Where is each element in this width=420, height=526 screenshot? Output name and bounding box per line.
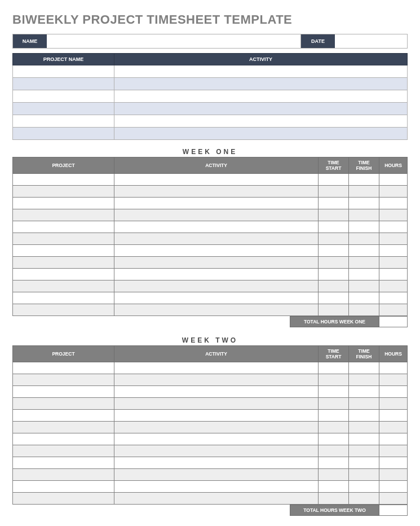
activity-cell[interactable] (114, 65, 408, 78)
time-start-cell[interactable] (319, 362, 349, 374)
project-cell[interactable] (13, 103, 114, 115)
project-cell[interactable] (13, 374, 114, 386)
time-finish-cell[interactable] (349, 481, 379, 493)
project-cell[interactable] (13, 257, 114, 269)
hours-cell[interactable] (379, 445, 408, 457)
activity-cell[interactable] (114, 410, 319, 422)
activity-cell[interactable] (114, 233, 319, 245)
week-two-total-value[interactable] (379, 505, 408, 516)
time-finish-cell[interactable] (349, 374, 379, 386)
hours-cell[interactable] (379, 292, 408, 304)
hours-cell[interactable] (379, 186, 408, 198)
hours-cell[interactable] (379, 174, 408, 186)
time-finish-cell[interactable] (349, 198, 379, 209)
activity-cell[interactable] (114, 457, 319, 469)
project-cell[interactable] (13, 398, 114, 410)
time-finish-cell[interactable] (349, 174, 379, 186)
activity-cell[interactable] (114, 198, 319, 209)
hours-cell[interactable] (379, 386, 408, 398)
activity-cell[interactable] (114, 103, 408, 115)
time-start-cell[interactable] (319, 398, 349, 410)
activity-cell[interactable] (114, 469, 319, 481)
project-cell[interactable] (13, 90, 114, 103)
activity-cell[interactable] (114, 221, 319, 233)
project-cell[interactable] (13, 115, 114, 128)
hours-cell[interactable] (379, 362, 408, 374)
activity-cell[interactable] (114, 245, 319, 257)
time-finish-cell[interactable] (349, 245, 379, 257)
hours-cell[interactable] (379, 422, 408, 433)
time-finish-cell[interactable] (349, 457, 379, 469)
date-input[interactable] (335, 34, 407, 48)
project-cell[interactable] (13, 304, 114, 316)
activity-cell[interactable] (114, 493, 319, 505)
activity-cell[interactable] (114, 433, 319, 445)
hours-cell[interactable] (379, 374, 408, 386)
time-finish-cell[interactable] (349, 445, 379, 457)
time-finish-cell[interactable] (349, 304, 379, 316)
time-start-cell[interactable] (319, 386, 349, 398)
activity-cell[interactable] (114, 115, 408, 128)
time-start-cell[interactable] (319, 433, 349, 445)
time-finish-cell[interactable] (349, 209, 379, 221)
project-cell[interactable] (13, 362, 114, 374)
time-start-cell[interactable] (319, 445, 349, 457)
project-cell[interactable] (13, 422, 114, 433)
time-start-cell[interactable] (319, 174, 349, 186)
hours-cell[interactable] (379, 410, 408, 422)
time-start-cell[interactable] (319, 245, 349, 257)
project-cell[interactable] (13, 457, 114, 469)
activity-cell[interactable] (114, 174, 319, 186)
time-start-cell[interactable] (319, 292, 349, 304)
time-start-cell[interactable] (319, 280, 349, 292)
time-finish-cell[interactable] (349, 422, 379, 433)
hours-cell[interactable] (379, 433, 408, 445)
project-cell[interactable] (13, 386, 114, 398)
project-cell[interactable] (13, 198, 114, 209)
project-cell[interactable] (13, 280, 114, 292)
time-start-cell[interactable] (319, 457, 349, 469)
time-finish-cell[interactable] (349, 469, 379, 481)
activity-cell[interactable] (114, 257, 319, 269)
project-cell[interactable] (13, 221, 114, 233)
activity-cell[interactable] (114, 78, 408, 90)
time-finish-cell[interactable] (349, 433, 379, 445)
activity-cell[interactable] (114, 362, 319, 374)
activity-cell[interactable] (114, 422, 319, 433)
time-finish-cell[interactable] (349, 280, 379, 292)
hours-cell[interactable] (379, 280, 408, 292)
project-cell[interactable] (13, 481, 114, 493)
project-cell[interactable] (13, 78, 114, 90)
project-cell[interactable] (13, 186, 114, 198)
project-cell[interactable] (13, 292, 114, 304)
project-cell[interactable] (13, 174, 114, 186)
time-finish-cell[interactable] (349, 221, 379, 233)
project-cell[interactable] (13, 445, 114, 457)
time-start-cell[interactable] (319, 410, 349, 422)
project-cell[interactable] (13, 410, 114, 422)
project-cell[interactable] (13, 233, 114, 245)
week-one-total-value[interactable] (379, 316, 408, 327)
time-start-cell[interactable] (319, 233, 349, 245)
time-start-cell[interactable] (319, 257, 349, 269)
name-input[interactable] (47, 34, 301, 48)
time-start-cell[interactable] (319, 186, 349, 198)
project-cell[interactable] (13, 469, 114, 481)
hours-cell[interactable] (379, 469, 408, 481)
time-finish-cell[interactable] (349, 233, 379, 245)
activity-cell[interactable] (114, 292, 319, 304)
time-start-cell[interactable] (319, 209, 349, 221)
time-start-cell[interactable] (319, 221, 349, 233)
project-cell[interactable] (13, 128, 114, 140)
hours-cell[interactable] (379, 398, 408, 410)
hours-cell[interactable] (379, 481, 408, 493)
time-finish-cell[interactable] (349, 410, 379, 422)
hours-cell[interactable] (379, 245, 408, 257)
hours-cell[interactable] (379, 221, 408, 233)
hours-cell[interactable] (379, 493, 408, 505)
time-start-cell[interactable] (319, 198, 349, 209)
time-finish-cell[interactable] (349, 398, 379, 410)
activity-cell[interactable] (114, 280, 319, 292)
activity-cell[interactable] (114, 209, 319, 221)
activity-cell[interactable] (114, 386, 319, 398)
